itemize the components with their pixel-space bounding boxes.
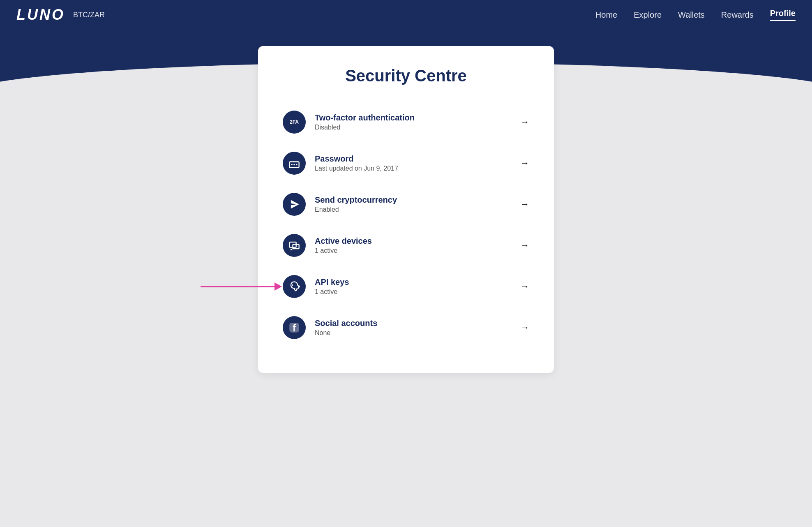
arrow-2fa: → (520, 117, 529, 127)
nav-currency: BTC/ZAR (73, 11, 105, 19)
icon-social-accounts (283, 316, 306, 339)
item-text-api-keys: API keys 1 active (315, 277, 516, 296)
item-title-password: Password (315, 154, 516, 164)
item-wrapper-password: Password Last updated on Jun 9, 2017 → (283, 143, 529, 184)
item-wrapper-2fa: 2FA Two-factor authentication Disabled → (283, 102, 529, 143)
nav-link-rewards[interactable]: Rewards (721, 10, 754, 20)
main-content: Security Centre 2FA Two-factor authentic… (0, 95, 812, 406)
arrow-password: → (520, 158, 529, 169)
item-subtitle-2fa: Disabled (315, 124, 516, 131)
item-title-api-keys: API keys (315, 277, 516, 287)
item-text-password: Password Last updated on Jun 9, 2017 (315, 154, 516, 172)
item-wrapper-active-devices: Active devices 1 active → (283, 225, 529, 266)
icon-active-devices (283, 234, 306, 257)
page-title: Security Centre (283, 67, 529, 85)
svg-point-1 (291, 164, 293, 166)
logo-text: luno (16, 6, 65, 23)
security-item-social-accounts[interactable]: Social accounts None → (283, 307, 529, 348)
security-item-active-devices[interactable]: Active devices 1 active → (283, 225, 529, 266)
security-card: Security Centre 2FA Two-factor authentic… (258, 46, 554, 373)
security-item-2fa[interactable]: 2FA Two-factor authentication Disabled → (283, 102, 529, 143)
arrow-line (201, 286, 275, 287)
item-subtitle-api-keys: 1 active (315, 288, 516, 296)
icon-2fa: 2FA (283, 111, 306, 134)
item-text-send-crypto: Send cryptocurrency Enabled (315, 195, 516, 213)
item-title-2fa: Two-factor authentication (315, 113, 516, 123)
svg-point-3 (296, 164, 298, 166)
svg-marker-4 (291, 200, 299, 209)
arrow-send-crypto: → (520, 199, 529, 210)
annotation-arrow (201, 282, 282, 291)
item-text-social-accounts: Social accounts None (315, 319, 516, 337)
security-list: 2FA Two-factor authentication Disabled → (283, 102, 529, 348)
arrow-api-keys: → (520, 281, 529, 292)
item-subtitle-send-crypto: Enabled (315, 206, 516, 213)
item-wrapper-send-crypto: Send cryptocurrency Enabled → (283, 184, 529, 225)
icon-password (283, 152, 306, 175)
logo-area: luno BTC/ZAR (16, 6, 105, 23)
svg-point-2 (293, 164, 295, 166)
social-icon-svg (288, 322, 300, 333)
nav-links: Home Explore Wallets Rewards Profile (595, 9, 796, 21)
item-subtitle-password: Last updated on Jun 9, 2017 (315, 165, 516, 172)
navbar: luno BTC/ZAR Home Explore Wallets Reward… (0, 0, 812, 30)
security-item-password[interactable]: Password Last updated on Jun 9, 2017 → (283, 143, 529, 184)
item-text-active-devices: Active devices 1 active (315, 236, 516, 254)
item-wrapper-social-accounts: Social accounts None → (283, 307, 529, 348)
send-icon-svg (288, 199, 300, 210)
item-subtitle-social-accounts: None (315, 329, 516, 337)
item-wrapper-api-keys: API keys 1 active → (283, 266, 529, 307)
password-icon-svg (288, 157, 300, 169)
arrow-active-devices: → (520, 240, 529, 251)
security-item-send-crypto[interactable]: Send cryptocurrency Enabled → (283, 184, 529, 225)
arrow-social-accounts: → (520, 322, 529, 333)
arrow-head (275, 282, 282, 291)
content-area: Security Centre 2FA Two-factor authentic… (0, 95, 812, 373)
item-text-2fa: Two-factor authentication Disabled (315, 113, 516, 131)
svg-point-9 (292, 284, 293, 286)
icon-send-crypto (283, 193, 306, 216)
security-item-api-keys[interactable]: API keys 1 active → (283, 266, 529, 307)
item-title-send-crypto: Send cryptocurrency (315, 195, 516, 205)
item-subtitle-active-devices: 1 active (315, 247, 516, 254)
api-icon-svg (288, 281, 300, 292)
nav-link-wallets[interactable]: Wallets (678, 10, 705, 20)
item-title-active-devices: Active devices (315, 236, 516, 246)
devices-icon-svg (288, 240, 300, 251)
item-title-social-accounts: Social accounts (315, 319, 516, 328)
nav-link-home[interactable]: Home (595, 10, 617, 20)
icon-api-keys (283, 275, 306, 298)
nav-link-profile[interactable]: Profile (770, 9, 796, 21)
nav-link-explore[interactable]: Explore (634, 10, 662, 20)
